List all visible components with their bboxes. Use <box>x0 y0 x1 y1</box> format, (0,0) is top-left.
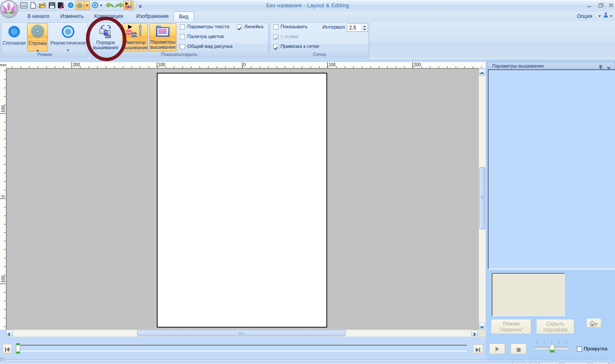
group-grid-label: Сетка <box>271 51 368 58</box>
tab-composition[interactable]: Композиция <box>89 12 128 21</box>
splitter-line[interactable] <box>6 359 612 360</box>
realistic-view-icon[interactable] <box>92 2 99 9</box>
checkbox-ruler-label: Линейка <box>244 24 263 29</box>
option-dropdown-icon[interactable] <box>598 15 601 17</box>
scroll-left-icon[interactable] <box>6 330 13 336</box>
vertical-scrollbar-thumb[interactable] <box>479 167 485 229</box>
speed-slider-tick <box>559 341 559 343</box>
novice-mode-button[interactable]: Режим"Новичок" <box>491 320 531 334</box>
sewing-attributes-icon <box>149 25 176 39</box>
option-menu[interactable]: Опция <box>577 13 592 19</box>
ruler-label-wrap: 100 <box>0 272 5 283</box>
checkbox-image-overview[interactable] <box>180 44 185 49</box>
realistic-mode-label: Реалистическое <box>48 40 88 45</box>
open-icon[interactable] <box>39 2 46 9</box>
checkbox-grid-with-axes-label: с осями <box>281 34 299 39</box>
stitch-simulator-big-icon <box>122 24 147 40</box>
horizontal-scrollbar[interactable] <box>6 330 478 337</box>
checkbox-scroll[interactable] <box>577 346 582 352</box>
restore-button[interactable] <box>597 3 604 8</box>
last-stitch-button[interactable] <box>473 344 483 353</box>
ruler-tick <box>0 113 6 114</box>
design-page[interactable] <box>157 73 327 328</box>
tab-image[interactable]: Изображение <box>131 12 174 21</box>
ruler-tick <box>242 62 242 68</box>
scroll-right-icon[interactable] <box>471 330 478 336</box>
stitch-view-toggle[interactable] <box>75 1 90 10</box>
interval-spinbox[interactable]: 2.5 <box>347 24 368 32</box>
sewing-attributes-button[interactable]: Параметрывышивания <box>149 23 176 51</box>
stitch-view-dropdown-icon[interactable] <box>86 5 88 6</box>
stitch-mode-dropdown-icon[interactable] <box>36 50 39 52</box>
stitch-progress-track[interactable] <box>21 345 467 352</box>
horizontal-scrollbar-thumb[interactable] <box>137 330 346 336</box>
speed-slider-tick <box>566 341 567 343</box>
checkbox-snap-to-grid[interactable] <box>273 44 278 49</box>
user-icon[interactable] <box>603 12 609 20</box>
speed-slider-tick <box>544 341 544 343</box>
stop-button[interactable] <box>511 343 526 354</box>
hide-hint-button[interactable]: Скрытьподсказку <box>537 320 574 334</box>
stitch-mode-button[interactable]: Строчка <box>27 23 48 51</box>
tab-view[interactable]: Вид <box>173 12 194 21</box>
sewing-attributes-panel-header[interactable]: Параметры вышивания <box>488 62 615 69</box>
checkbox-color-palette-label: Палитра цветов <box>187 34 224 39</box>
play-button[interactable] <box>489 343 505 354</box>
design-canvas[interactable] <box>6 68 479 330</box>
user-dropdown-icon[interactable] <box>610 15 612 17</box>
vertical-scrollbar[interactable] <box>479 69 486 329</box>
ruler-tick <box>327 62 328 68</box>
stitch-simulator-toggle[interactable] <box>123 1 134 10</box>
checkbox-scroll-label: Прокрутка <box>584 346 607 351</box>
stitch-simulator-icon <box>125 2 133 11</box>
ruler-unit: mm <box>0 62 6 68</box>
checkbox-color-palette[interactable] <box>180 34 185 39</box>
stop-icon <box>516 346 521 354</box>
ruler-tick <box>157 62 157 68</box>
tab-edit[interactable]: Изменить <box>55 12 89 21</box>
group-show-hide-label: Показать/скрыть <box>91 51 268 58</box>
status-bar-sliver <box>0 361 615 364</box>
checkbox-grid-show[interactable] <box>273 24 278 30</box>
checkbox-text-attributes-label: Параметры текста <box>187 24 229 29</box>
realistic-mode-dropdown-icon[interactable] <box>67 50 69 51</box>
solid-mode-button[interactable]: Сплошная <box>2 24 27 52</box>
stitch-mode-label: Строчка <box>27 41 48 46</box>
realistic-view-dropdown-icon[interactable] <box>100 5 102 6</box>
stitch-simulator-button[interactable]: Имитаторвышивания <box>122 23 148 51</box>
tab-home[interactable]: В начало <box>22 12 54 21</box>
checkbox-ruler[interactable] <box>237 24 242 30</box>
checkbox-grid-with-axes[interactable] <box>273 34 278 39</box>
qat-more-icon[interactable] <box>138 3 143 11</box>
scroll-up-icon[interactable] <box>479 69 485 76</box>
new-document-icon[interactable] <box>30 2 37 9</box>
minimize-button[interactable] <box>586 3 593 8</box>
ruler-label: 0 <box>1 195 6 198</box>
checkbox-snap-to-grid-label: Привязка к сетке <box>281 44 319 49</box>
undo-icon[interactable] <box>105 2 114 9</box>
home-settings-button[interactable] <box>587 319 601 328</box>
design-property-icon[interactable] <box>57 2 65 9</box>
play-icon <box>494 346 500 354</box>
close-button[interactable] <box>608 3 615 8</box>
speed-slider-tick <box>537 341 537 343</box>
first-stitch-button[interactable] <box>3 344 12 353</box>
ruler-tick <box>412 62 413 68</box>
save-icon[interactable] <box>48 2 56 9</box>
sewing-order-icon: 123 <box>91 24 120 40</box>
realistic-mode-icon <box>48 25 88 40</box>
design-page-settings-icon[interactable] <box>20 2 27 9</box>
speed-slider-thumb[interactable] <box>549 343 555 355</box>
checkbox-text-attributes[interactable] <box>180 24 185 30</box>
realistic-mode-button[interactable]: Реалистическое <box>48 24 88 52</box>
sewing-order-button[interactable]: 123Порядоквышивания <box>91 24 120 52</box>
stitch-progress-thumb[interactable] <box>16 343 20 354</box>
interval-spinner-icons <box>362 24 367 31</box>
home-wrench-icon <box>589 320 599 328</box>
ruler-label: 0 <box>243 62 246 67</box>
solid-mode-icon <box>2 25 27 40</box>
application-button[interactable] <box>0 0 18 18</box>
solid-view-icon[interactable] <box>67 2 74 9</box>
scroll-down-icon[interactable] <box>479 323 485 329</box>
redo-icon[interactable] <box>115 2 124 9</box>
